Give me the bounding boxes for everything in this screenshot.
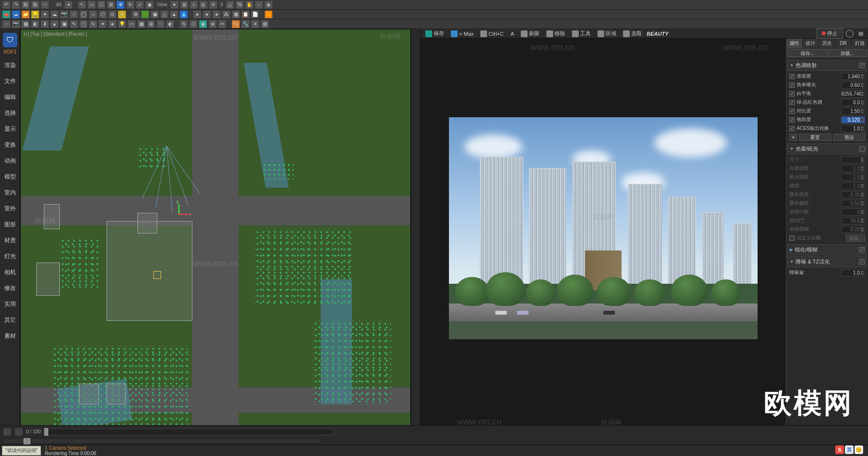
- tb-sphere-g[interactable]: ●: [203, 10, 211, 19]
- tb-axis[interactable]: ⊹: [190, 0, 198, 9]
- tb-select-cross[interactable]: ⊞: [107, 0, 115, 9]
- tb-rgb-icon[interactable]: ⁂: [222, 10, 231, 19]
- tb-link[interactable]: ⛓: [21, 0, 30, 9]
- ime-emoji-icon[interactable]: 😊: [854, 445, 863, 454]
- error-code-button[interactable]: "错误代码说明": [2, 446, 41, 456]
- tb-hand[interactable]: ✋: [245, 0, 254, 9]
- tb-select-rect[interactable]: ▭: [87, 0, 96, 9]
- rt-select[interactable]: 选取: [621, 30, 644, 37]
- sidebar-item-display[interactable]: 显示: [0, 121, 20, 137]
- tb-grid[interactable]: ⊞: [180, 0, 189, 9]
- spinner[interactable]: 6255.746: [841, 90, 865, 97]
- spinner[interactable]: 1.040: [841, 73, 865, 80]
- tb-unlink[interactable]: ⛓: [31, 0, 40, 9]
- timeline-next[interactable]: [14, 428, 23, 436]
- tb-wave[interactable]: 〰: [41, 0, 49, 9]
- tb-gear-icon[interactable]: ⚙: [131, 10, 140, 19]
- tb-water-icon[interactable]: 💧: [179, 10, 188, 19]
- ime-sogou-icon[interactable]: S: [835, 445, 844, 454]
- tb-sphere-b[interactable]: ●: [212, 10, 221, 19]
- tb-pyramid-icon[interactable]: ▲: [170, 10, 178, 19]
- sidebar-item-material[interactable]: 材质: [0, 233, 20, 249]
- spinner[interactable]: 1.0: [841, 174, 865, 181]
- rt-circle-button[interactable]: [846, 30, 854, 38]
- spinner[interactable]: 0.120: [841, 116, 865, 124]
- checkbox[interactable]: [789, 235, 795, 241]
- props-scroll[interactable]: ▼ 色调映射 渐晕图1.040 简单曝光0.60 白平衡6255.746 绿-品…: [787, 58, 868, 446]
- sidebar-item-util[interactable]: 实用: [0, 296, 20, 312]
- render-viewport[interactable]: 欧模网 www.om.cn www.om.cn 欧模网 www.om.cn: [420, 39, 786, 446]
- tb-scale[interactable]: ⤢: [136, 0, 144, 9]
- tb-obj3[interactable]: ☼: [89, 10, 97, 19]
- rt-ctrlc[interactable]: Ctrl+C: [478, 30, 505, 37]
- tb3-fp[interactable]: Fp: [231, 20, 240, 28]
- tb-center[interactable]: ◎: [199, 0, 208, 9]
- viewport-label[interactable]: [+] [Top ] [Standard ] [Facets ]: [24, 31, 87, 37]
- spinner[interactable]: 1.0: [841, 182, 865, 190]
- sidebar-item-shape[interactable]: 图形: [0, 217, 20, 233]
- rollout-sharpen[interactable]: ▶ 锐化/模糊: [787, 244, 867, 255]
- tb-move[interactable]: ✥: [116, 0, 125, 9]
- sidebar-item-modify[interactable]: 修改: [0, 280, 20, 296]
- timeline-track[interactable]: [44, 428, 333, 435]
- rt-stop-button[interactable]: 停止: [816, 28, 843, 39]
- rt-beauty[interactable]: BEAUTY: [647, 31, 668, 37]
- sidebar-item-transform[interactable]: 变换: [0, 137, 20, 153]
- tb-redo[interactable]: ↷: [12, 0, 20, 9]
- viewport-divider[interactable]: [411, 29, 420, 446]
- props-tab-stats[interactable]: 统计: [803, 39, 819, 48]
- spinner[interactable]: 0.30: [841, 191, 865, 198]
- time-slider-thumb[interactable]: [24, 438, 30, 445]
- tb-obj1[interactable]: ○: [69, 10, 78, 19]
- tb3-3[interactable]: ▦: [21, 20, 30, 28]
- rt-region[interactable]: 区域: [596, 30, 618, 37]
- rollout-checkbox[interactable]: [859, 259, 865, 264]
- preset-button[interactable]: 预设: [833, 134, 866, 141]
- tb3-7[interactable]: ▣: [60, 20, 68, 28]
- sidebar-item-model[interactable]: 模型: [0, 169, 20, 185]
- tb-snap[interactable]: ✕: [209, 0, 217, 9]
- tb3-6[interactable]: ▲: [50, 20, 59, 28]
- props-load-btn[interactable]: 加载...: [828, 49, 868, 57]
- tb-view-label[interactable]: View: [155, 2, 169, 7]
- tb-tri-icon[interactable]: △: [160, 10, 169, 19]
- tb-sphere-r[interactable]: ●: [193, 10, 202, 19]
- rt-save[interactable]: 保存: [423, 30, 446, 37]
- move-gizmo[interactable]: x y: [169, 204, 188, 223]
- sidebar-item-render[interactable]: 渲染: [0, 57, 20, 73]
- tb-box-icon[interactable]: ▣: [150, 10, 159, 19]
- tb3-22[interactable]: ⊕: [208, 20, 217, 28]
- tb-dropdown2[interactable]: ▾: [170, 0, 179, 9]
- rt-tomax[interactable]: > Max: [449, 30, 475, 37]
- checkbox[interactable]: [789, 91, 795, 97]
- tb-checker-icon[interactable]: ▦: [231, 10, 240, 19]
- tb3-19[interactable]: ↯: [179, 20, 188, 28]
- tb3-4[interactable]: ◐: [31, 20, 40, 28]
- rollout-bloomglare[interactable]: ▼ 光晕/眩光: [787, 143, 867, 154]
- tb3-13[interactable]: 💡: [118, 20, 126, 28]
- checkbox[interactable]: [789, 117, 795, 123]
- props-tab-attr[interactable]: 属性: [787, 39, 803, 48]
- tb-dropdown[interactable]: ▾: [64, 0, 73, 9]
- tb-grass-icon[interactable]: 🌿: [141, 10, 149, 19]
- shield-icon[interactable]: [3, 33, 17, 47]
- tb-obj4[interactable]: ⬡: [98, 10, 107, 19]
- tb3-16[interactable]: ⊞: [147, 20, 155, 28]
- rt-move[interactable]: 移除: [544, 30, 567, 37]
- spinner[interactable]: 3: [841, 208, 865, 216]
- tb3-15[interactable]: ▦: [137, 20, 146, 28]
- rollout-colormapping[interactable]: ▼ 色调映射: [787, 60, 867, 71]
- rt-layers[interactable]: ▤: [856, 30, 865, 37]
- sidebar-item-file[interactable]: 文件: [0, 73, 20, 89]
- tb3-20[interactable]: ⬡: [189, 20, 198, 28]
- tb-fog-icon[interactable]: ☁: [50, 10, 59, 19]
- tb3-18[interactable]: ◐: [166, 20, 175, 28]
- sidebar-item-interior[interactable]: 室内: [0, 185, 20, 201]
- props-tab-dr[interactable]: DR: [835, 39, 852, 48]
- tb-sun-icon[interactable]: ☀: [118, 10, 126, 19]
- tb-folder-icon[interactable]: 📁: [21, 10, 30, 19]
- spinner[interactable]: 1.0: [841, 269, 865, 276]
- spinner[interactable]: 1.0: [841, 125, 865, 132]
- tb3-14[interactable]: ▭: [127, 20, 136, 28]
- tb-angle[interactable]: △: [226, 0, 234, 9]
